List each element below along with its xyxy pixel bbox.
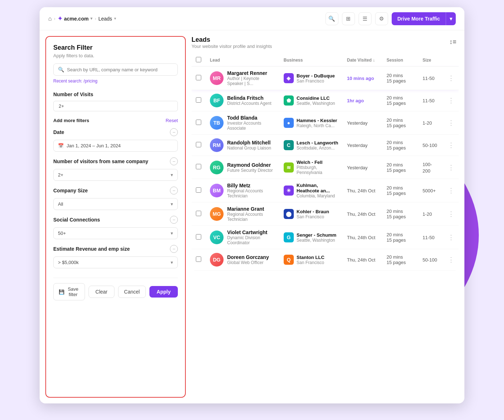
company-size-badge: 11-50: [423, 76, 435, 81]
more-options-button[interactable]: ⋮: [448, 164, 454, 171]
lead-name[interactable]: Belinda Fritsch: [227, 95, 271, 101]
brand-name[interactable]: ✦ acme.com ▾: [58, 15, 93, 22]
date-picker[interactable]: 📅 Jan 1, 2024 – Jun 1, 2024: [53, 140, 178, 152]
table-row[interactable]: DG Doreen Gorczany Global Web Officer Q …: [192, 249, 459, 271]
sort-button[interactable]: ↕≡: [447, 36, 459, 48]
lead-name[interactable]: Doreen Gorczany: [227, 254, 269, 260]
home-icon[interactable]: ⌂: [48, 15, 52, 22]
more-options-button[interactable]: ⋮: [448, 233, 454, 241]
more-options-button[interactable]: ⋮: [448, 97, 454, 104]
table-row[interactable]: MG Marianne Grant Regional Accounts Tech…: [192, 202, 459, 226]
social-dropdown[interactable]: 50+ ▾: [53, 227, 178, 239]
more-options-button[interactable]: ⋮: [448, 256, 454, 264]
company-size-dropdown[interactable]: All ▾: [53, 198, 178, 210]
list-view-button[interactable]: ☰: [359, 12, 372, 25]
calendar-icon: 📅: [58, 143, 64, 148]
company-size-badge: 50-100: [423, 143, 437, 148]
business-cell: ● Hammes - Kessler Raleigh, North Ca...: [279, 111, 343, 135]
recent-search-link[interactable]: /pricing: [84, 79, 98, 84]
apply-button[interactable]: Apply: [149, 286, 178, 298]
more-options-button[interactable]: ⋮: [448, 187, 454, 195]
reset-link[interactable]: Reset: [166, 118, 178, 123]
company-size-badge: 1-20: [423, 211, 432, 217]
cancel-button[interactable]: Cancel: [118, 286, 146, 298]
search-filter-panel: Search Filter Apply filters to data. 🔍 R…: [45, 36, 186, 398]
lead-name[interactable]: Randolph Mitchell: [227, 140, 271, 146]
more-options-button[interactable]: ⋮: [448, 210, 454, 218]
lead-name[interactable]: Violet Cartwright: [227, 229, 275, 235]
biz-info: Kuhlman, Heathcote an... Columbia, Maryl…: [297, 183, 338, 198]
row-checkbox[interactable]: [196, 187, 201, 193]
search-input[interactable]: [67, 67, 173, 72]
lead-name[interactable]: Todd Blanda: [227, 115, 275, 121]
date-visited: Thu, 24th Oct: [347, 235, 375, 240]
row-checkbox[interactable]: [196, 164, 201, 169]
business-cell: Q Stanton LLC San Francisco: [279, 249, 343, 271]
row-checkbox[interactable]: [196, 120, 201, 125]
table-row[interactable]: RG Raymond Goldner Future Security Direc…: [192, 156, 459, 179]
lead-name[interactable]: Raymond Goldner: [227, 162, 273, 168]
size-cell: 11-50: [418, 67, 444, 90]
avatar: DG: [210, 253, 224, 267]
biz-location: Seattle, Washington: [297, 238, 337, 243]
company-size-badge: 11-50: [423, 235, 435, 240]
lead-role: Regional Accounts Technician: [227, 188, 275, 198]
date-sort-icon[interactable]: ↓: [373, 58, 375, 63]
table-row[interactable]: VC Violet Cartwright Dynamic Division Co…: [192, 226, 459, 249]
size-cell: 1-20: [418, 111, 444, 135]
company-size-remove-btn[interactable]: −: [170, 187, 178, 195]
row-checkbox[interactable]: [196, 234, 201, 240]
table-row[interactable]: BF Belinda Fritsch District Accounts Age…: [192, 90, 459, 111]
date-cell: Thu, 24th Oct: [343, 249, 382, 271]
row-checkbox[interactable]: [196, 211, 201, 216]
more-options-button[interactable]: ⋮: [448, 141, 454, 149]
date-filter-remove-btn[interactable]: −: [170, 128, 178, 136]
revenue-remove-btn[interactable]: −: [170, 245, 178, 253]
lead-name[interactable]: Margaret Renner: [227, 70, 275, 76]
biz-info: Stanton LLC San Francisco: [297, 255, 324, 265]
biz-location: San Francisco: [297, 79, 335, 84]
row-checkbox-cell: [192, 156, 206, 179]
search-box[interactable]: 🔍: [53, 63, 178, 76]
lead-name[interactable]: Billy Metz: [227, 183, 275, 188]
lead-info: Marianne Grant Regional Accounts Technic…: [227, 206, 275, 222]
grid-view-button[interactable]: ⊞: [342, 12, 355, 25]
session-time: 20 mins: [387, 95, 414, 100]
session-pages: 15 pages: [387, 191, 414, 196]
row-checkbox[interactable]: [196, 75, 201, 80]
table-row[interactable]: MR Margaret Renner Author | Keynote Spea…: [192, 67, 459, 90]
visitors-dropdown[interactable]: 2+ ▾: [53, 169, 178, 181]
revenue-dropdown[interactable]: > $5,000k ▾: [53, 256, 178, 268]
actions-cell: ⋮: [444, 156, 459, 179]
more-options-button[interactable]: ⋮: [448, 119, 454, 127]
avatar: BF: [210, 94, 224, 107]
select-all-checkbox[interactable]: [196, 57, 201, 62]
lead-cell: RG Raymond Goldner Future Security Direc…: [206, 156, 279, 179]
save-filter-label: Save filter: [67, 286, 80, 297]
visitors-filter-remove-btn[interactable]: −: [170, 157, 178, 165]
lead-role: Author | Keynote Speaker | S...: [227, 76, 275, 86]
search-button[interactable]: 🔍: [325, 12, 338, 25]
lead-role: Future Security Director: [227, 168, 273, 173]
visitors-filter-label: Number of visitors from same company: [53, 158, 148, 164]
social-filter-row: Social Connections −: [53, 216, 178, 224]
more-options-button[interactable]: ⋮: [448, 74, 454, 82]
session-cell: 20 mins 15 pages: [382, 135, 418, 156]
biz-info: Senger - Schumm Seattle, Washington: [297, 232, 337, 243]
row-checkbox[interactable]: [196, 97, 201, 103]
size-cell: 50-100: [418, 135, 444, 156]
settings-button[interactable]: ⚙: [375, 12, 388, 25]
drive-traffic-button[interactable]: Drive More Traffic ▾: [392, 12, 456, 25]
lead-role: Investor Accounts Associate: [227, 121, 275, 131]
table-row[interactable]: RM Randolph Mitchell National Group Liai…: [192, 135, 459, 156]
row-checkbox[interactable]: [196, 142, 201, 147]
table-row[interactable]: TB Todd Blanda Investor Accounts Associa…: [192, 111, 459, 135]
clear-button[interactable]: Clear: [89, 286, 114, 298]
save-filter-button[interactable]: 💾 Save filter: [53, 283, 85, 300]
row-checkbox[interactable]: [196, 256, 201, 262]
social-remove-btn[interactable]: −: [170, 216, 178, 224]
biz-location: Seattle, Washington: [297, 101, 335, 106]
lead-name[interactable]: Marianne Grant: [227, 206, 275, 212]
table-row[interactable]: BM Billy Metz Regional Accounts Technici…: [192, 179, 459, 202]
filter-footer: 💾 Save filter Clear Cancel Apply: [53, 278, 178, 300]
